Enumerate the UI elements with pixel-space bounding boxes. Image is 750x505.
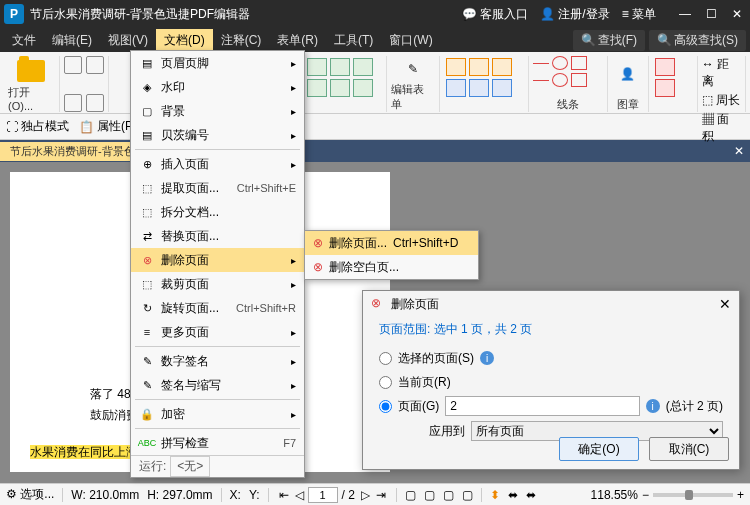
- radio-input[interactable]: [379, 400, 392, 413]
- menu-more-pages[interactable]: ≡更多页面▸: [131, 320, 304, 344]
- menu-tools[interactable]: 工具(T): [326, 29, 381, 52]
- edit-form-button[interactable]: ✎: [397, 56, 429, 82]
- ok-button[interactable]: 确定(O): [559, 437, 639, 461]
- advanced-search-button[interactable]: 🔍高级查找(S): [649, 30, 746, 51]
- open-button[interactable]: [15, 56, 47, 85]
- annot-tool-icon[interactable]: [446, 79, 466, 97]
- fit-mode-icon[interactable]: ⬌: [526, 488, 536, 502]
- menu-insert-page[interactable]: ⊕插入页面▸: [131, 152, 304, 176]
- eraser-icon[interactable]: [655, 79, 675, 97]
- annot-tool-icon[interactable]: [469, 79, 489, 97]
- menu-edit[interactable]: 编辑(E): [44, 29, 100, 52]
- view-mode-icon[interactable]: ▢: [462, 488, 473, 502]
- radio-page-range[interactable]: 页面(G) i (总计 2 页): [379, 394, 723, 418]
- shape-rect-icon[interactable]: [571, 73, 587, 87]
- radio-input[interactable]: [379, 352, 392, 365]
- last-page-button[interactable]: ⇥: [374, 488, 388, 502]
- zoom-slider[interactable]: [653, 493, 733, 497]
- menu-run-footer[interactable]: 运行:<无>: [131, 455, 304, 477]
- shape-line-icon[interactable]: [533, 80, 549, 81]
- document-tab[interactable]: 节后水果消费调研-背景色: [0, 142, 145, 161]
- perimeter-tool[interactable]: ⬚ 周长: [702, 92, 741, 109]
- exclusive-mode-button[interactable]: ⛶ 独占模式: [6, 118, 69, 135]
- menu-view[interactable]: 视图(V): [100, 29, 156, 52]
- search-button[interactable]: 🔍查找(F): [573, 30, 645, 51]
- menu-spell-check[interactable]: ABC拼写检查F7: [131, 431, 304, 455]
- next-page-button[interactable]: ▷: [359, 488, 372, 502]
- distance-tool[interactable]: ↔ 距离: [702, 56, 741, 90]
- tool-icon[interactable]: [86, 56, 104, 74]
- form-tool-icon[interactable]: [330, 79, 350, 97]
- close-button[interactable]: ✕: [728, 7, 746, 21]
- menu-document[interactable]: 文档(D): [156, 29, 213, 52]
- menu-delete-page[interactable]: ⊗删除页面▸: [131, 248, 304, 272]
- login-link[interactable]: 👤 注册/登录: [540, 6, 610, 23]
- prev-page-button[interactable]: ◁: [293, 488, 306, 502]
- shape-line-icon[interactable]: [533, 63, 549, 64]
- form-tool-icon[interactable]: [330, 58, 350, 76]
- form-tool-icon[interactable]: [307, 58, 327, 76]
- background-icon: ▢: [139, 103, 155, 119]
- minimize-button[interactable]: —: [676, 7, 694, 21]
- view-mode-icon[interactable]: ▢: [424, 488, 435, 502]
- menu-bates[interactable]: ▤贝茨编号▸: [131, 123, 304, 147]
- stamp-button[interactable]: 👤: [612, 56, 644, 92]
- menu-crop-page[interactable]: ⬚裁剪页面▸: [131, 272, 304, 296]
- main-menu-link[interactable]: ≡ 菜单: [622, 6, 656, 23]
- submenu-delete-pages[interactable]: ⊗删除页面...Ctrl+Shift+D: [305, 231, 478, 255]
- service-link[interactable]: 💬 客服入口: [462, 6, 528, 23]
- view-mode-icon[interactable]: ▢: [405, 488, 416, 502]
- view-mode-icon[interactable]: ▢: [443, 488, 454, 502]
- cancel-button[interactable]: 取消(C): [649, 437, 729, 461]
- menu-header-footer[interactable]: ▤页眉页脚▸: [131, 51, 304, 75]
- shape-circle-icon[interactable]: [552, 73, 568, 87]
- menu-comment[interactable]: 注释(C): [213, 29, 270, 52]
- annot-tool-icon[interactable]: [492, 58, 512, 76]
- menu-replace-page[interactable]: ⇄替换页面...: [131, 224, 304, 248]
- form-tool-icon[interactable]: [353, 58, 373, 76]
- tab-close-button[interactable]: ✕: [728, 144, 750, 158]
- menu-background[interactable]: ▢背景▸: [131, 99, 304, 123]
- zoom-out-button[interactable]: −: [642, 488, 649, 502]
- tool-icon[interactable]: [64, 94, 82, 112]
- annot-tool-icon[interactable]: [446, 58, 466, 76]
- menu-form[interactable]: 表单(R): [269, 29, 326, 52]
- info-icon[interactable]: i: [646, 399, 660, 413]
- form-tool-icon[interactable]: [307, 79, 327, 97]
- radio-selected-pages[interactable]: 选择的页面(S) i: [379, 346, 723, 370]
- fit-mode-icon[interactable]: ⬌: [508, 488, 518, 502]
- area-tool[interactable]: ▦ 面积: [702, 111, 741, 145]
- cursor-x: X:: [230, 488, 241, 502]
- zoom-value[interactable]: 118.55%: [591, 488, 638, 502]
- radio-input[interactable]: [379, 376, 392, 389]
- submenu-delete-blank[interactable]: ⊗删除空白页...: [305, 255, 478, 279]
- tool-icon[interactable]: [64, 56, 82, 74]
- menu-sign-compress[interactable]: ✎签名与缩写▸: [131, 373, 304, 397]
- fit-mode-icon[interactable]: ⬍: [490, 488, 500, 502]
- eraser-icon[interactable]: [655, 58, 675, 76]
- shape-circle-icon[interactable]: [552, 56, 568, 70]
- info-icon[interactable]: i: [480, 351, 494, 365]
- page-input[interactable]: [445, 396, 639, 416]
- tool-icon[interactable]: [86, 94, 104, 112]
- menu-window[interactable]: 窗口(W): [381, 29, 440, 52]
- first-page-button[interactable]: ⇤: [277, 488, 291, 502]
- shape-rect-icon[interactable]: [571, 56, 587, 70]
- annot-tool-icon[interactable]: [469, 58, 489, 76]
- menu-watermark[interactable]: ◈水印▸: [131, 75, 304, 99]
- zoom-in-button[interactable]: +: [737, 488, 744, 502]
- maximize-button[interactable]: ☐: [702, 7, 720, 21]
- menu-digital-signature[interactable]: ✎数字签名▸: [131, 349, 304, 373]
- dialog-close-button[interactable]: ✕: [719, 296, 731, 312]
- menu-split-doc[interactable]: ⬚拆分文档...: [131, 200, 304, 224]
- radio-current-page[interactable]: 当前页(R): [379, 370, 723, 394]
- dialog-titlebar: ⊗ 删除页面 ✕: [363, 291, 739, 317]
- options-button[interactable]: ⚙ 选项...: [6, 486, 54, 503]
- menu-rotate-page[interactable]: ↻旋转页面...Ctrl+Shift+R: [131, 296, 304, 320]
- form-tool-icon[interactable]: [353, 79, 373, 97]
- menu-file[interactable]: 文件: [4, 29, 44, 52]
- menu-encrypt[interactable]: 🔒加密▸: [131, 402, 304, 426]
- menu-extract-page[interactable]: ⬚提取页面...Ctrl+Shift+E: [131, 176, 304, 200]
- page-number-input[interactable]: [308, 487, 338, 503]
- annot-tool-icon[interactable]: [492, 79, 512, 97]
